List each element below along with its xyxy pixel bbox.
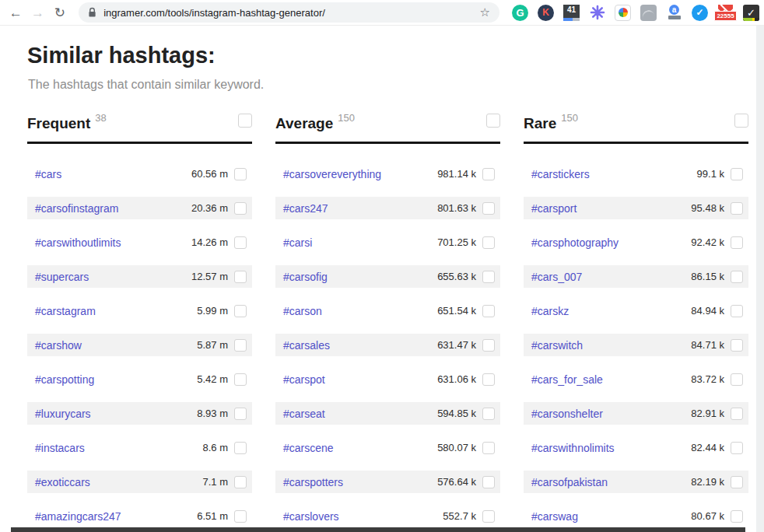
- hashtag-checkbox[interactable]: [482, 236, 495, 249]
- select-all-checkbox[interactable]: [734, 114, 748, 128]
- hashtag-link[interactable]: #carscene: [283, 442, 334, 454]
- hashtag-link[interactable]: #exoticcars: [35, 476, 90, 488]
- hashtag-link[interactable]: #luxurycars: [35, 408, 91, 420]
- column-title: Rare: [524, 114, 556, 133]
- hashtag-link[interactable]: #cars_for_sale: [531, 373, 603, 386]
- todo-extension-icon[interactable]: ✓: [743, 5, 759, 21]
- counter-extension-icon[interactable]: 41: [563, 5, 580, 21]
- hashtag-checkbox[interactable]: [234, 305, 247, 317]
- mail-extension-icon[interactable]: 22555: [717, 5, 734, 21]
- hashtag-link[interactable]: #carslovers: [283, 510, 339, 523]
- hashtag-link[interactable]: #carspotting: [35, 373, 94, 386]
- page-scrollbar[interactable]: [756, 26, 764, 532]
- hashtag-link[interactable]: #carsphotography: [531, 236, 619, 249]
- hashtag-checkbox[interactable]: [234, 510, 247, 523]
- column-count: 150: [338, 112, 355, 124]
- hashtag-checkbox[interactable]: [482, 408, 495, 420]
- reload-icon[interactable]: ↻: [49, 0, 71, 26]
- hashtag-link[interactable]: #supercars: [35, 271, 89, 283]
- grammarly-extension-icon[interactable]: G: [512, 5, 528, 21]
- hashtag-count: 5.42 m: [197, 373, 228, 385]
- hashtag-checkbox[interactable]: [731, 442, 743, 454]
- url-bar[interactable]: ingramer.com/tools/instagram-hashtag-gen…: [79, 2, 499, 23]
- hashtag-checkbox[interactable]: [234, 373, 247, 386]
- hashtag-link[interactable]: #cars247: [283, 202, 328, 215]
- hashtag-checkbox[interactable]: [482, 373, 495, 386]
- hashtag-checkbox[interactable]: [482, 442, 495, 454]
- hashtag-link[interactable]: #carsonshelter: [531, 408, 603, 420]
- bookmark-star-icon[interactable]: ☆: [480, 5, 490, 19]
- hashtag-checkbox[interactable]: [234, 236, 247, 249]
- hashtag-checkbox[interactable]: [731, 339, 743, 352]
- hashtag-count: 8.6 m: [202, 442, 228, 453]
- hashtag-link[interactable]: #carswithoutlimits: [35, 236, 121, 249]
- hashtag-checkbox[interactable]: [234, 202, 247, 215]
- lock-icon[interactable]: [88, 7, 96, 18]
- hashtag-checkbox[interactable]: [731, 510, 743, 523]
- hashtag-checkbox[interactable]: [731, 476, 743, 488]
- hashtag-checkbox[interactable]: [234, 271, 247, 283]
- forward-icon[interactable]: →: [26, 0, 48, 26]
- hashtag-checkbox[interactable]: [731, 373, 743, 386]
- hashtag-row: #carstickers99.1 k: [524, 163, 748, 185]
- hashtag-checkbox[interactable]: [234, 339, 247, 352]
- back-icon[interactable]: ←: [5, 0, 26, 26]
- hashtag-link[interactable]: #carsofinstagram: [35, 202, 118, 215]
- hashtag-link[interactable]: #instacars: [35, 442, 85, 454]
- hashtag-checkbox[interactable]: [482, 476, 495, 488]
- column-header: Frequent 38: [27, 114, 252, 144]
- hashtag-checkbox[interactable]: [482, 271, 495, 283]
- hashtag-link[interactable]: #carsofpakistan: [531, 476, 608, 488]
- hashtag-count: 20.36 m: [191, 202, 228, 214]
- hashtag-count: 631.47 k: [437, 339, 476, 351]
- hashtag-checkbox[interactable]: [731, 168, 743, 180]
- hashtag-link[interactable]: #carspot: [283, 373, 325, 386]
- hashtag-checkbox[interactable]: [234, 442, 247, 454]
- hashtag-checkbox[interactable]: [482, 305, 495, 317]
- hashtag-row: #carsovereverything981.14 k: [275, 163, 500, 185]
- hashtag-row: #carswitch84.71 k: [524, 334, 748, 356]
- screenshot-extension-icon[interactable]: [640, 5, 657, 21]
- hashtag-row: #carshow5.87 m: [27, 334, 252, 356]
- hashtag-link[interactable]: #carstickers: [531, 168, 590, 180]
- assistant-extension-icon[interactable]: a: [666, 5, 682, 21]
- asterisk-extension-icon[interactable]: [589, 5, 605, 21]
- verified-extension-icon[interactable]: ✓: [692, 5, 708, 21]
- hashtag-link[interactable]: #carswithnolimits: [531, 442, 615, 454]
- hashtag-link[interactable]: #carstagram: [35, 305, 96, 317]
- hashtag-checkbox[interactable]: [482, 168, 495, 180]
- photos-extension-icon[interactable]: [615, 5, 631, 21]
- hashtag-link[interactable]: #carsi: [283, 236, 312, 249]
- hashtag-link[interactable]: #carson: [283, 305, 322, 317]
- hashtag-link[interactable]: #carsovereverything: [283, 168, 381, 180]
- hashtag-link[interactable]: #carskz: [531, 305, 569, 317]
- url-text[interactable]: ingramer.com/tools/instagram-hashtag-gen…: [103, 7, 479, 19]
- keepa-extension-icon[interactable]: K: [538, 5, 554, 21]
- hashtag-count: 6.51 m: [197, 510, 228, 522]
- hashtag-row: #carstagram5.99 m: [27, 299, 252, 322]
- hashtag-link[interactable]: #cars_007: [531, 271, 582, 283]
- hashtag-link[interactable]: #carshow: [35, 339, 82, 352]
- hashtag-link[interactable]: #carseat: [283, 408, 325, 420]
- hashtag-checkbox[interactable]: [731, 305, 743, 317]
- hashtag-link[interactable]: #carsales: [283, 339, 330, 352]
- hashtag-checkbox[interactable]: [731, 408, 743, 420]
- hashtag-checkbox[interactable]: [234, 476, 247, 488]
- hashtag-checkbox[interactable]: [482, 339, 495, 352]
- hashtag-checkbox[interactable]: [482, 510, 495, 523]
- hashtag-link[interactable]: #amazingcars247: [35, 510, 121, 523]
- hashtag-checkbox[interactable]: [482, 202, 495, 215]
- hashtag-link[interactable]: #carswitch: [531, 339, 583, 352]
- hashtag-checkbox[interactable]: [731, 236, 743, 249]
- hashtag-link[interactable]: #carspotters: [283, 476, 343, 488]
- select-all-checkbox[interactable]: [238, 114, 252, 128]
- hashtag-link[interactable]: #cars: [35, 168, 61, 180]
- hashtag-checkbox[interactable]: [234, 168, 247, 180]
- hashtag-checkbox[interactable]: [234, 408, 247, 420]
- hashtag-link[interactable]: #carsport: [531, 202, 577, 215]
- hashtag-link[interactable]: #carsofig: [283, 271, 328, 283]
- hashtag-checkbox[interactable]: [731, 271, 743, 283]
- hashtag-checkbox[interactable]: [731, 202, 743, 215]
- hashtag-link[interactable]: #carswag: [531, 510, 578, 523]
- select-all-checkbox[interactable]: [486, 114, 500, 128]
